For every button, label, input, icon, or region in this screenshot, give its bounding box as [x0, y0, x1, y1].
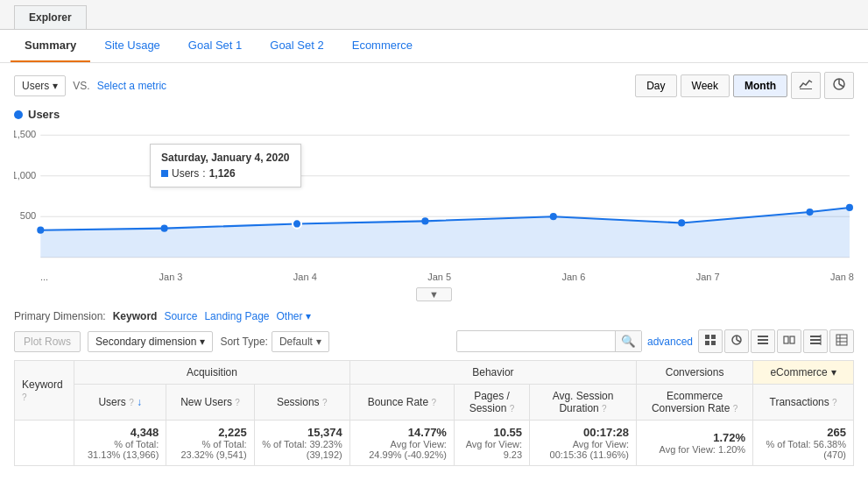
day-button[interactable]: Day: [635, 74, 676, 97]
svg-rect-33: [810, 339, 821, 341]
metric-dropdown-arrow: ▾: [53, 80, 58, 92]
sessions-help-icon[interactable]: ?: [322, 398, 328, 407]
pie-view-button[interactable]: [724, 329, 749, 353]
line-chart-button[interactable]: [791, 72, 821, 99]
svg-point-18: [806, 209, 813, 216]
svg-rect-21: [711, 335, 716, 339]
pie-chart-button[interactable]: [824, 72, 854, 99]
dim-keyword[interactable]: Keyword: [113, 310, 158, 322]
users-help-icon[interactable]: ?: [129, 398, 134, 407]
tooltip-metric: Users: [172, 167, 199, 180]
total-bounce-rate: 14.77% Avg for View: 24.99% (-40.92%): [349, 421, 454, 466]
new-users-help-icon[interactable]: ?: [235, 398, 240, 407]
time-buttons: Day Week Month: [635, 72, 854, 99]
svg-rect-31: [790, 336, 794, 343]
tab-goal-set-1[interactable]: Goal Set 1: [174, 30, 256, 62]
search-input[interactable]: [457, 332, 615, 351]
total-pages-session: 10.55 Avg for View: 9.23: [454, 421, 529, 466]
zoom-btn-wrap: ▼: [14, 287, 854, 301]
col-new-users-header: New Users ?: [166, 385, 254, 421]
secondary-dimension-dropdown[interactable]: Secondary dimension ▾: [88, 331, 213, 352]
advanced-link[interactable]: advanced: [647, 336, 693, 348]
ecommerce-dropdown[interactable]: eCommerce ▾: [770, 366, 836, 378]
col-keyword-header: Keyword ?: [15, 361, 74, 421]
main-nav: Summary Site Usage Goal Set 1 Goal Set 2…: [0, 30, 868, 63]
col-avg-session-header: Avg. Session Duration ?: [530, 385, 637, 421]
svg-rect-29: [758, 343, 768, 344]
week-button[interactable]: Week: [681, 74, 730, 97]
svg-rect-32: [810, 336, 821, 337]
tab-summary[interactable]: Summary: [11, 30, 90, 62]
legend-label: Users: [28, 108, 60, 121]
table-more-button[interactable]: [829, 329, 854, 353]
chart-svg: 1,500 1,000 500: [14, 126, 854, 266]
svg-point-17: [678, 219, 685, 226]
dim-landing-page[interactable]: Landing Page: [204, 310, 269, 322]
zoom-button[interactable]: ▼: [416, 287, 452, 301]
svg-rect-22: [705, 341, 709, 345]
svg-rect-20: [705, 335, 709, 339]
tooltip-dot: [161, 170, 168, 177]
tooltip-number: 1,126: [209, 167, 236, 180]
metric-row: Users ▾ VS. Select a metric Day Week Mon…: [14, 72, 854, 99]
plot-rows-button[interactable]: Plot Rows: [14, 331, 81, 352]
svg-marker-11: [40, 208, 850, 258]
keyword-help-icon[interactable]: ?: [22, 392, 27, 402]
svg-line-26: [737, 340, 740, 342]
search-button[interactable]: 🔍: [615, 331, 641, 351]
x-axis: ... Jan 3 Jan 4 Jan 5 Jan 6 Jan 7 Jan 8: [14, 270, 854, 284]
grid-icon: [704, 334, 716, 346]
pages-help-icon[interactable]: ?: [510, 404, 515, 414]
avg-session-help-icon[interactable]: ?: [602, 404, 607, 414]
tooltip-value: Users: 1,126: [161, 167, 290, 180]
col-sessions-header: Sessions ?: [254, 385, 349, 421]
col-pages-session-header: Pages / Session ?: [454, 385, 529, 421]
select-metric-link[interactable]: Select a metric: [97, 80, 166, 92]
svg-rect-36: [836, 335, 847, 345]
month-button[interactable]: Month: [733, 74, 787, 97]
svg-rect-0: [800, 88, 812, 89]
grid-view-button[interactable]: [698, 329, 723, 353]
transactions-help-icon[interactable]: ?: [832, 398, 837, 407]
chart-container: Saturday, January 4, 2020 Users: 1,126 1…: [14, 126, 854, 266]
extra-view-button[interactable]: [803, 329, 828, 353]
other-arrow: ▾: [306, 310, 311, 322]
keyword-label: Keyword: [22, 378, 63, 391]
tab-site-usage[interactable]: Site Usage: [90, 30, 174, 62]
pie-chart-icon: [832, 77, 846, 91]
total-transactions: 265 % of Total: 56.38% (470): [753, 421, 854, 466]
svg-point-13: [161, 225, 168, 232]
tab-goal-set-2[interactable]: Goal Set 2: [256, 30, 337, 62]
list-view-button[interactable]: [751, 329, 775, 353]
x-label-jan8: Jan 8: [830, 272, 854, 282]
metric-dropdown-label: Users: [22, 80, 49, 92]
x-label-jan7: Jan 7: [696, 272, 720, 282]
explorer-tab[interactable]: Explorer: [14, 5, 87, 29]
x-label-jan4: Jan 4: [293, 272, 317, 282]
vs-label: VS.: [73, 80, 89, 92]
total-label: [15, 421, 74, 466]
total-row: 4,348 % of Total: 31.13% (13,966) 2,225 …: [15, 421, 854, 466]
primary-dim-label: Primary Dimension:: [14, 310, 106, 322]
primary-dimension-row: Primary Dimension: Keyword Source Landin…: [14, 310, 854, 322]
dim-other[interactable]: Other ▾: [277, 310, 311, 322]
secondary-dimension-label: Secondary dimension: [95, 336, 196, 348]
extra-icon: [809, 334, 822, 346]
svg-text:500: 500: [20, 210, 37, 221]
dim-source[interactable]: Source: [164, 310, 197, 322]
compare-view-button[interactable]: [777, 329, 801, 353]
metric-dropdown[interactable]: Users ▾: [14, 75, 66, 96]
x-label-dots: ...: [14, 272, 48, 282]
svg-point-19: [846, 204, 853, 211]
bounce-help-icon[interactable]: ?: [431, 398, 436, 407]
behavior-group-header: Behavior: [349, 361, 636, 385]
users-sort-icon[interactable]: ↓: [137, 396, 142, 408]
svg-text:1,000: 1,000: [14, 170, 36, 180]
pie-icon: [730, 334, 743, 346]
sort-default-dropdown[interactable]: Default ▾: [272, 331, 329, 352]
svg-point-12: [37, 227, 44, 234]
tab-ecommerce[interactable]: Ecommerce: [338, 30, 427, 62]
x-label-jan6: Jan 6: [561, 272, 585, 282]
svg-point-16: [550, 213, 557, 220]
ecommerce-rate-help-icon[interactable]: ?: [733, 404, 738, 414]
